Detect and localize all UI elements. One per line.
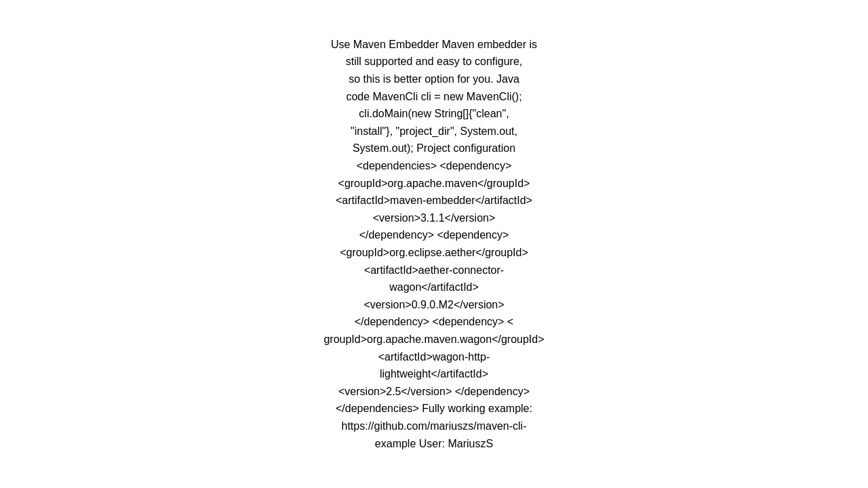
- text-line: <artifactId>wagon-http-: [323, 348, 544, 366]
- text-line: </dependencies> Fully working example:: [323, 400, 544, 418]
- main-content: Use Maven Embedder Maven embedder isstil…: [323, 36, 544, 452]
- text-line: Use Maven Embedder Maven embedder is: [323, 36, 544, 54]
- text-line: <groupId>org.apache.maven</groupId>: [323, 175, 544, 192]
- text-line: </dependency> <dependency>: [323, 226, 544, 244]
- text-line: <version>2.5</version> </dependency>: [323, 383, 544, 401]
- text-line: </dependency> <dependency> <: [323, 313, 544, 331]
- text-line: groupId>org.apache.maven.wagon</groupId>: [323, 331, 544, 348]
- text-line: <groupId>org.eclipse.aether</groupId>: [323, 244, 544, 262]
- text-line: example User: MariuszS: [323, 435, 544, 453]
- text-line: cli.doMain(new String[]{"clean",: [323, 105, 544, 123]
- text-body: Use Maven Embedder Maven embedder isstil…: [323, 36, 544, 452]
- text-line: https://github.com/mariuszs/maven-cli-: [323, 418, 544, 435]
- text-line: <version>0.9.0.M2</version>: [323, 296, 544, 314]
- text-line: <version>3.1.1</version>: [323, 209, 544, 227]
- text-line: still supported and easy to configure,: [323, 53, 544, 70]
- text-line: <artifactId>maven-embedder</artifactId>: [323, 192, 544, 209]
- text-line: code MavenCli cli = new MavenCli();: [323, 88, 544, 106]
- text-line: System.out); Project configuration: [323, 140, 544, 157]
- text-line: <dependencies> <dependency>: [323, 157, 544, 175]
- text-line: wagon</artifactId>: [323, 279, 544, 296]
- text-line: <artifactId>aether-connector-: [323, 262, 544, 279]
- text-line: lightweight</artifactId>: [323, 365, 544, 383]
- text-line: "install"}, "project_dir", System.out,: [323, 123, 544, 140]
- text-line: so this is better option for you. Java: [323, 70, 544, 88]
